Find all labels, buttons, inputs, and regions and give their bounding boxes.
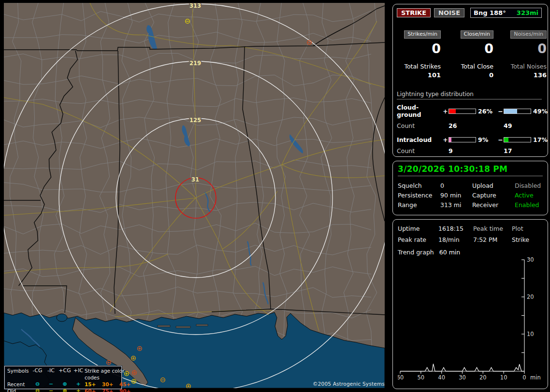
total-strikes-label: Total Strikes: [404, 63, 441, 70]
ic-negative-count: 17: [504, 147, 531, 154]
ring-label-219: 219: [189, 60, 201, 67]
barrier-island: [158, 325, 170, 327]
old-pos-cg-icon: ⊕: [58, 388, 72, 392]
svg-text:10: 10: [500, 374, 507, 381]
legend-col-neg-ic: -IC: [44, 367, 58, 381]
svg-text:10: 10: [527, 331, 534, 337]
bearing-value: Bng 188°: [474, 9, 506, 16]
plus-sign: +: [442, 136, 449, 143]
receiver-label: Receiver: [472, 200, 515, 210]
barrier-island: [176, 326, 190, 328]
persistence-label: Persistence: [398, 191, 440, 200]
close-per-min-chip: Close/min: [461, 30, 493, 39]
copyright-text: ©2005 Astrogenic Systems: [313, 381, 385, 387]
svg-text:30: 30: [459, 374, 466, 381]
squelch-label: Squelch: [398, 181, 440, 191]
cg-positive-bar: [449, 109, 476, 114]
datetime-display: 3/20/2026 10:30:18 PM: [398, 164, 543, 174]
legend-col-neg-cg: -CG: [30, 367, 44, 381]
strike-tab[interactable]: STRIKE: [397, 8, 431, 17]
stats-panel: Uptime 1618:15 Peak time Plot Peak rate …: [392, 219, 548, 389]
map-canvas: 31321912531: [4, 3, 385, 388]
svg-text:min: min: [530, 374, 541, 381]
strikes-per-min-chip: Strikes/min: [404, 30, 441, 39]
cg-positive-pct: 26%: [476, 108, 497, 115]
sidebar: STRIKE NOISE Bng 188° 323mi Strikes/min …: [392, 0, 548, 392]
peak-time-value: 7:52 PM: [473, 234, 512, 245]
nexstorm-window: 31321912531 Symbols -CG -IC +CG +IC Stri…: [0, 0, 550, 392]
plus-sign: +: [442, 108, 449, 115]
capture-status: Active: [515, 191, 543, 200]
ic-negative-pct: 17%: [531, 136, 549, 143]
legend-old-label: Old: [7, 388, 30, 392]
persistence-value: 90 min: [440, 191, 472, 200]
svg-text:20: 20: [479, 374, 487, 381]
cg-positive-count: 26: [449, 122, 476, 129]
map-legend: Symbols -CG -IC +CG +IC Strike age color…: [4, 366, 122, 389]
age-30: 30+: [102, 381, 119, 388]
trend-graph-label: Trend graph: [398, 249, 434, 256]
legend-col-pos-cg: +CG: [58, 367, 72, 381]
squelch-value: 0: [440, 181, 472, 191]
age-60: 60+: [85, 388, 102, 392]
capture-label: Capture: [472, 191, 515, 200]
ic-count-label: Count: [397, 147, 442, 154]
svg-text:20: 20: [527, 294, 534, 300]
ic-negative-bar: [504, 137, 531, 142]
recent-pos-ic-icon: +: [72, 381, 85, 388]
strike-map[interactable]: 31321912531 Symbols -CG -IC +CG +IC Stri…: [4, 3, 385, 388]
peak-time-label: Peak time: [473, 223, 512, 234]
age-90: 90+: [119, 388, 137, 392]
range-label: Range: [398, 200, 440, 210]
trend-graph-window: 60 min: [439, 249, 460, 256]
cg-negative-count: 49: [504, 122, 531, 129]
total-noises-label: Total Noises: [511, 63, 547, 70]
receiver-status: Enabled: [515, 200, 543, 210]
intracloud-label: Intracloud: [397, 136, 442, 143]
noises-per-min-value: 0: [537, 42, 547, 56]
total-close-label: Total Close: [461, 63, 493, 70]
trend-chart: 1020306050403020100min: [398, 257, 543, 382]
cloud-ground-label: Cloud-ground: [397, 104, 442, 118]
plot-value: Strike: [512, 234, 543, 245]
ic-positive-bar: [449, 137, 476, 142]
old-neg-cg-icon: ⊖: [30, 388, 44, 392]
age-45: 45+: [119, 381, 137, 388]
age-75: 75+: [102, 388, 119, 392]
old-pos-ic-icon: +: [72, 388, 85, 392]
range-value: 313 mi: [440, 200, 472, 210]
distance-value: 323mi: [517, 9, 538, 16]
total-strikes-value: 101: [428, 71, 441, 79]
bar-fill: [449, 138, 451, 142]
ring-label-313: 313: [189, 3, 201, 9]
recent-neg-cg-icon: ⊖: [30, 381, 44, 388]
barrier-island: [196, 324, 208, 326]
svg-text:60: 60: [398, 374, 404, 381]
old-neg-ic-icon: −: [44, 388, 58, 392]
bar-fill: [449, 109, 456, 113]
strike-panel: STRIKE NOISE Bng 188° 323mi Strikes/min …: [392, 4, 548, 157]
close-per-min-value: 0: [484, 42, 493, 56]
ring-label-125: 125: [189, 117, 201, 124]
svg-text:50: 50: [418, 374, 425, 381]
svg-text:30: 30: [527, 257, 534, 263]
plot-label: Plot: [512, 223, 543, 234]
ic-positive-count: 9: [449, 147, 476, 154]
cg-count-label: Count: [397, 122, 442, 129]
total-noises-value: 136: [534, 71, 547, 79]
minus-sign: −: [497, 136, 504, 143]
upload-status: Disabled: [515, 181, 543, 191]
svg-text:40: 40: [438, 374, 445, 381]
noises-per-min-chip: Noises/min: [510, 30, 547, 39]
cg-negative-pct: 49%: [531, 108, 549, 115]
uptime-value: 1618:15: [438, 223, 473, 234]
bar-fill: [504, 109, 517, 113]
distribution-title: Lightning type distribution: [397, 91, 542, 99]
legend-col-pos-ic: +IC: [72, 367, 85, 381]
noise-tab[interactable]: NOISE: [434, 8, 464, 17]
recent-neg-ic-icon: −: [44, 381, 58, 388]
age-15: 15+: [85, 381, 102, 388]
ic-positive-pct: 9%: [476, 136, 497, 143]
total-close-value: 0: [489, 71, 493, 79]
bearing-display: Bng 188° 323mi: [470, 8, 542, 18]
